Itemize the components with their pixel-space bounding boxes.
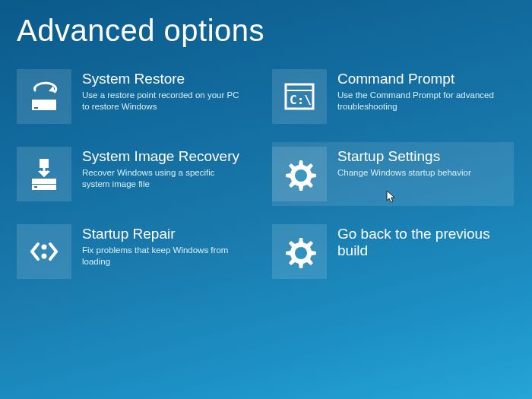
svg-point-12 [42, 254, 47, 259]
code-brackets-icon [17, 224, 71, 279]
tile-desc: Use a restore point recorded on your PC … [82, 90, 242, 112]
tile-go-back-previous-build[interactable]: Go back to the previous build [272, 220, 514, 283]
svg-rect-6 [40, 159, 49, 168]
svg-point-10 [295, 169, 307, 182]
option-grid: System Restore Use a restore point recor… [0, 48, 532, 283]
tile-desc: Change Windows startup behavior [337, 167, 497, 179]
tile-startup-repair[interactable]: Startup Repair Fix problems that keep Wi… [17, 220, 258, 283]
tile-title: System Image Recovery [82, 148, 252, 165]
tile-desc: Fix problems that keep Windows from load… [82, 245, 242, 268]
tile-desc: Use the Command Prompt for advanced trou… [337, 90, 497, 112]
tile-title: Go back to the previous build [337, 226, 508, 259]
page-title: Advanced options [0, 0, 532, 48]
tile-system-restore[interactable]: System Restore Use a restore point recor… [17, 65, 258, 128]
gear-icon [272, 224, 327, 279]
svg-rect-9 [34, 186, 37, 188]
system-restore-icon [17, 69, 71, 124]
tile-title: Startup Settings [337, 148, 508, 165]
tile-title: Startup Repair [82, 226, 252, 242]
svg-rect-7 [32, 179, 56, 184]
gear-icon [272, 147, 327, 201]
system-image-recovery-icon [17, 147, 71, 201]
tile-command-prompt[interactable]: C:\ Command Prompt Use the Command Promp… [272, 65, 514, 128]
tile-desc: Recover Windows using a specific system … [82, 167, 242, 190]
command-prompt-icon: C:\ [272, 69, 327, 124]
svg-point-13 [295, 247, 307, 259]
svg-point-11 [42, 245, 47, 250]
tile-startup-settings[interactable]: Startup Settings Change Windows startup … [272, 142, 514, 206]
svg-rect-2 [34, 107, 38, 109]
tile-title: System Restore [82, 71, 252, 87]
tile-system-image-recovery[interactable]: System Image Recovery Recover Windows us… [17, 142, 258, 206]
svg-text:C:\: C:\ [290, 93, 312, 107]
tile-title: Command Prompt [337, 71, 508, 87]
